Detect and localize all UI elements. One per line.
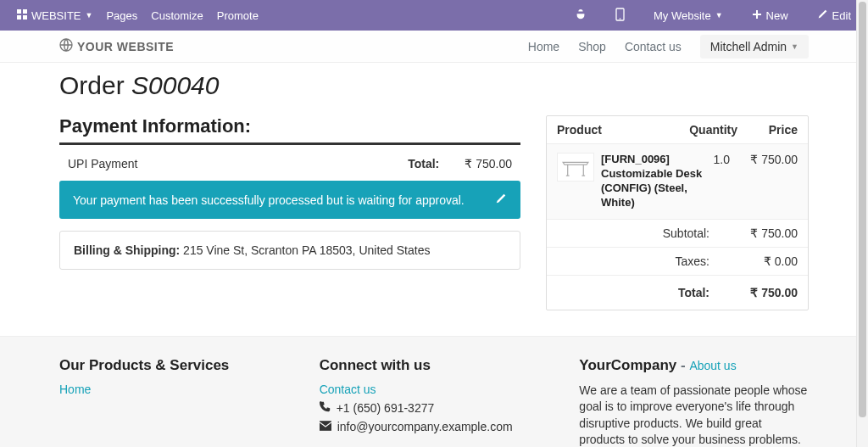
order-summary: Product Quantity Price [FURN_0096] Custo… (546, 115, 809, 310)
plus-icon (752, 9, 762, 22)
phone-icon (320, 401, 331, 415)
publish-indicator[interactable] (568, 8, 593, 23)
edit-alert-icon[interactable] (495, 193, 507, 207)
footer-contact-link[interactable]: Contact us (320, 383, 376, 396)
payment-heading: Payment Information: (59, 115, 520, 145)
subtotal-row: Subtotal: ₹ 750.00 (547, 219, 808, 247)
mobile-preview[interactable] (609, 8, 632, 24)
product-thumbnail (557, 153, 594, 182)
new-button[interactable]: New (745, 9, 795, 22)
vertical-scrollbar[interactable] (856, 0, 868, 447)
payment-status-alert: Your payment has been successfully proce… (59, 181, 520, 219)
summary-header: Product Quantity Price (547, 116, 808, 143)
email-row: info@yourcompany.example.com (320, 420, 549, 433)
billing-box: Billing & Shipping: 215 Vine St, Scranto… (59, 231, 520, 270)
page-main: Order S00040 Payment Information: UPI Pa… (0, 63, 868, 336)
svg-rect-0 (17, 9, 21, 14)
total-value: ₹ 750.00 (465, 157, 512, 170)
phone-row: +1 (650) 691-3277 (320, 401, 549, 415)
svg-rect-2 (17, 15, 21, 20)
pages-menu[interactable]: Pages (99, 9, 144, 22)
footer-about: YourCompany - About us We are a team of … (579, 357, 809, 447)
chevron-down-icon: ▼ (86, 11, 93, 20)
nav-home[interactable]: Home (528, 40, 559, 53)
globe-icon (59, 38, 73, 54)
payment-row: UPI Payment Total: ₹ 750.00 (59, 154, 520, 181)
nav-contact[interactable]: Contact us (625, 40, 682, 53)
website-label: WEBSITE (31, 9, 81, 22)
website-switcher[interactable]: WEBSITE ▼ (10, 9, 99, 22)
top-menu-bar: WEBSITE ▼ Pages Customize Promote My Web… (0, 0, 868, 31)
taxes-row: Taxes: ₹ 0.00 (547, 247, 808, 275)
footer-products: Our Products & Services Home (59, 357, 289, 447)
footer: Our Products & Services Home Connect wit… (0, 336, 868, 447)
customize-menu[interactable]: Customize (144, 9, 209, 22)
page-title: Order S00040 (59, 71, 809, 100)
website-navbar: YOUR WEBSITE Home Shop Contact us Mitche… (0, 31, 868, 63)
apps-icon (17, 9, 27, 22)
payment-section: Payment Information: UPI Payment Total: … (59, 115, 520, 270)
payment-method: UPI Payment (68, 157, 408, 170)
chevron-down-icon: ▼ (715, 11, 723, 20)
svg-rect-7 (753, 14, 761, 15)
svg-rect-1 (23, 9, 27, 14)
total-row: Total: ₹ 750.00 (547, 275, 808, 310)
mobile-icon (615, 8, 625, 24)
svg-point-5 (620, 18, 621, 20)
pencil-icon (817, 8, 828, 22)
nav-shop[interactable]: Shop (578, 40, 606, 53)
edit-button[interactable]: Edit (810, 8, 858, 22)
footer-home-link[interactable]: Home (59, 383, 91, 396)
my-website-dropdown[interactable]: My Website ▼ (647, 9, 730, 22)
brand[interactable]: YOUR WEBSITE (59, 38, 174, 54)
svg-rect-3 (23, 15, 27, 20)
user-dropdown[interactable]: Mitchell Admin ▼ (700, 35, 809, 59)
total-label: Total: (408, 157, 439, 170)
scrollbar-thumb[interactable] (859, 2, 866, 417)
envelope-icon (320, 420, 331, 433)
bug-icon (575, 8, 587, 23)
chevron-down-icon: ▼ (791, 42, 798, 51)
svg-rect-9 (320, 421, 331, 430)
footer-connect: Connect with us Contact us +1 (650) 691-… (320, 357, 549, 447)
promote-menu[interactable]: Promote (210, 9, 265, 22)
line-item: [FURN_0096] Customizable Desk (CONFIG) (… (547, 143, 808, 219)
about-us-link[interactable]: About us (689, 359, 736, 372)
